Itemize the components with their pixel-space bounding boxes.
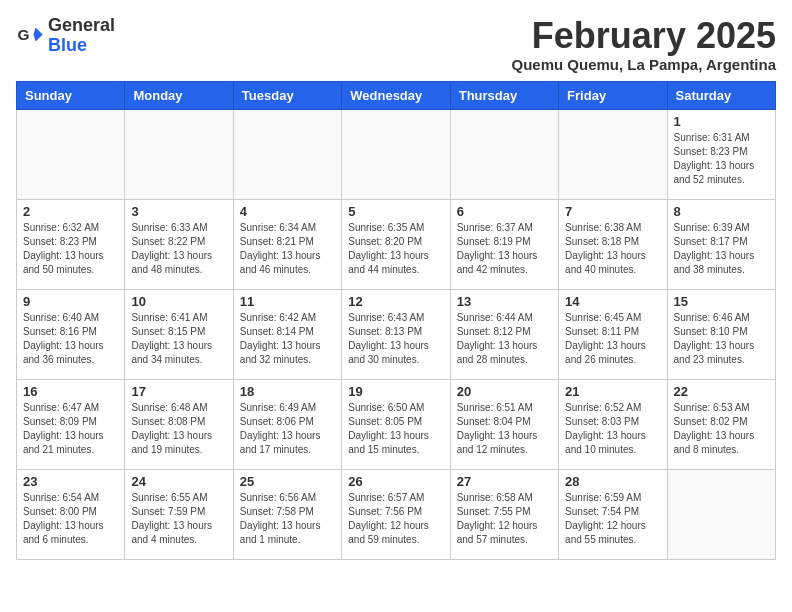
day-cell: 26Sunrise: 6:57 AM Sunset: 7:56 PM Dayli… bbox=[342, 469, 450, 559]
day-number: 14 bbox=[565, 294, 660, 309]
day-cell: 8Sunrise: 6:39 AM Sunset: 8:17 PM Daylig… bbox=[667, 199, 775, 289]
svg-text:G: G bbox=[17, 26, 29, 43]
subtitle: Quemu Quemu, La Pampa, Argentina bbox=[512, 56, 777, 73]
day-cell bbox=[125, 109, 233, 199]
logo-icon: G bbox=[16, 22, 44, 50]
day-info: Sunrise: 6:41 AM Sunset: 8:15 PM Dayligh… bbox=[131, 311, 226, 367]
day-cell: 2Sunrise: 6:32 AM Sunset: 8:23 PM Daylig… bbox=[17, 199, 125, 289]
day-cell: 9Sunrise: 6:40 AM Sunset: 8:16 PM Daylig… bbox=[17, 289, 125, 379]
day-cell: 10Sunrise: 6:41 AM Sunset: 8:15 PM Dayli… bbox=[125, 289, 233, 379]
main-title: February 2025 bbox=[512, 16, 777, 56]
logo-text: General Blue bbox=[48, 16, 115, 56]
title-area: February 2025 Quemu Quemu, La Pampa, Arg… bbox=[512, 16, 777, 73]
day-info: Sunrise: 6:50 AM Sunset: 8:05 PM Dayligh… bbox=[348, 401, 443, 457]
day-number: 19 bbox=[348, 384, 443, 399]
week-row-2: 2Sunrise: 6:32 AM Sunset: 8:23 PM Daylig… bbox=[17, 199, 776, 289]
week-row-5: 23Sunrise: 6:54 AM Sunset: 8:00 PM Dayli… bbox=[17, 469, 776, 559]
day-cell: 1Sunrise: 6:31 AM Sunset: 8:23 PM Daylig… bbox=[667, 109, 775, 199]
day-cell: 24Sunrise: 6:55 AM Sunset: 7:59 PM Dayli… bbox=[125, 469, 233, 559]
day-cell: 7Sunrise: 6:38 AM Sunset: 8:18 PM Daylig… bbox=[559, 199, 667, 289]
day-info: Sunrise: 6:45 AM Sunset: 8:11 PM Dayligh… bbox=[565, 311, 660, 367]
day-info: Sunrise: 6:38 AM Sunset: 8:18 PM Dayligh… bbox=[565, 221, 660, 277]
logo-general: General bbox=[48, 16, 115, 36]
week-row-3: 9Sunrise: 6:40 AM Sunset: 8:16 PM Daylig… bbox=[17, 289, 776, 379]
day-cell: 6Sunrise: 6:37 AM Sunset: 8:19 PM Daylig… bbox=[450, 199, 558, 289]
day-cell: 27Sunrise: 6:58 AM Sunset: 7:55 PM Dayli… bbox=[450, 469, 558, 559]
day-header-wednesday: Wednesday bbox=[342, 81, 450, 109]
day-number: 20 bbox=[457, 384, 552, 399]
day-number: 5 bbox=[348, 204, 443, 219]
day-number: 4 bbox=[240, 204, 335, 219]
day-info: Sunrise: 6:57 AM Sunset: 7:56 PM Dayligh… bbox=[348, 491, 443, 547]
day-cell: 13Sunrise: 6:44 AM Sunset: 8:12 PM Dayli… bbox=[450, 289, 558, 379]
day-cell: 25Sunrise: 6:56 AM Sunset: 7:58 PM Dayli… bbox=[233, 469, 341, 559]
day-number: 1 bbox=[674, 114, 769, 129]
day-cell: 17Sunrise: 6:48 AM Sunset: 8:08 PM Dayli… bbox=[125, 379, 233, 469]
day-info: Sunrise: 6:33 AM Sunset: 8:22 PM Dayligh… bbox=[131, 221, 226, 277]
day-number: 27 bbox=[457, 474, 552, 489]
day-headers: SundayMondayTuesdayWednesdayThursdayFrid… bbox=[17, 81, 776, 109]
day-cell: 3Sunrise: 6:33 AM Sunset: 8:22 PM Daylig… bbox=[125, 199, 233, 289]
day-number: 12 bbox=[348, 294, 443, 309]
day-number: 25 bbox=[240, 474, 335, 489]
day-cell: 16Sunrise: 6:47 AM Sunset: 8:09 PM Dayli… bbox=[17, 379, 125, 469]
day-info: Sunrise: 6:44 AM Sunset: 8:12 PM Dayligh… bbox=[457, 311, 552, 367]
day-header-friday: Friday bbox=[559, 81, 667, 109]
day-number: 2 bbox=[23, 204, 118, 219]
day-header-saturday: Saturday bbox=[667, 81, 775, 109]
day-info: Sunrise: 6:40 AM Sunset: 8:16 PM Dayligh… bbox=[23, 311, 118, 367]
day-number: 21 bbox=[565, 384, 660, 399]
day-cell: 23Sunrise: 6:54 AM Sunset: 8:00 PM Dayli… bbox=[17, 469, 125, 559]
day-number: 3 bbox=[131, 204, 226, 219]
day-number: 18 bbox=[240, 384, 335, 399]
day-header-tuesday: Tuesday bbox=[233, 81, 341, 109]
logo: G General Blue bbox=[16, 16, 115, 56]
day-number: 17 bbox=[131, 384, 226, 399]
day-number: 7 bbox=[565, 204, 660, 219]
day-number: 24 bbox=[131, 474, 226, 489]
day-header-sunday: Sunday bbox=[17, 81, 125, 109]
day-cell: 11Sunrise: 6:42 AM Sunset: 8:14 PM Dayli… bbox=[233, 289, 341, 379]
day-header-thursday: Thursday bbox=[450, 81, 558, 109]
day-info: Sunrise: 6:58 AM Sunset: 7:55 PM Dayligh… bbox=[457, 491, 552, 547]
day-number: 10 bbox=[131, 294, 226, 309]
day-cell: 19Sunrise: 6:50 AM Sunset: 8:05 PM Dayli… bbox=[342, 379, 450, 469]
calendar: SundayMondayTuesdayWednesdayThursdayFrid… bbox=[16, 81, 776, 560]
day-number: 26 bbox=[348, 474, 443, 489]
day-cell: 15Sunrise: 6:46 AM Sunset: 8:10 PM Dayli… bbox=[667, 289, 775, 379]
day-cell: 12Sunrise: 6:43 AM Sunset: 8:13 PM Dayli… bbox=[342, 289, 450, 379]
day-number: 11 bbox=[240, 294, 335, 309]
day-cell bbox=[559, 109, 667, 199]
day-info: Sunrise: 6:47 AM Sunset: 8:09 PM Dayligh… bbox=[23, 401, 118, 457]
day-info: Sunrise: 6:31 AM Sunset: 8:23 PM Dayligh… bbox=[674, 131, 769, 187]
day-cell bbox=[667, 469, 775, 559]
day-number: 16 bbox=[23, 384, 118, 399]
day-info: Sunrise: 6:53 AM Sunset: 8:02 PM Dayligh… bbox=[674, 401, 769, 457]
day-cell bbox=[450, 109, 558, 199]
day-number: 22 bbox=[674, 384, 769, 399]
day-info: Sunrise: 6:54 AM Sunset: 8:00 PM Dayligh… bbox=[23, 491, 118, 547]
day-info: Sunrise: 6:32 AM Sunset: 8:23 PM Dayligh… bbox=[23, 221, 118, 277]
day-cell: 14Sunrise: 6:45 AM Sunset: 8:11 PM Dayli… bbox=[559, 289, 667, 379]
day-cell: 4Sunrise: 6:34 AM Sunset: 8:21 PM Daylig… bbox=[233, 199, 341, 289]
day-info: Sunrise: 6:46 AM Sunset: 8:10 PM Dayligh… bbox=[674, 311, 769, 367]
day-cell: 20Sunrise: 6:51 AM Sunset: 8:04 PM Dayli… bbox=[450, 379, 558, 469]
day-info: Sunrise: 6:48 AM Sunset: 8:08 PM Dayligh… bbox=[131, 401, 226, 457]
day-cell bbox=[233, 109, 341, 199]
day-number: 9 bbox=[23, 294, 118, 309]
day-number: 8 bbox=[674, 204, 769, 219]
day-info: Sunrise: 6:37 AM Sunset: 8:19 PM Dayligh… bbox=[457, 221, 552, 277]
day-cell: 5Sunrise: 6:35 AM Sunset: 8:20 PM Daylig… bbox=[342, 199, 450, 289]
day-info: Sunrise: 6:39 AM Sunset: 8:17 PM Dayligh… bbox=[674, 221, 769, 277]
week-row-1: 1Sunrise: 6:31 AM Sunset: 8:23 PM Daylig… bbox=[17, 109, 776, 199]
day-info: Sunrise: 6:59 AM Sunset: 7:54 PM Dayligh… bbox=[565, 491, 660, 547]
week-row-4: 16Sunrise: 6:47 AM Sunset: 8:09 PM Dayli… bbox=[17, 379, 776, 469]
day-cell: 28Sunrise: 6:59 AM Sunset: 7:54 PM Dayli… bbox=[559, 469, 667, 559]
day-number: 13 bbox=[457, 294, 552, 309]
day-info: Sunrise: 6:55 AM Sunset: 7:59 PM Dayligh… bbox=[131, 491, 226, 547]
day-info: Sunrise: 6:34 AM Sunset: 8:21 PM Dayligh… bbox=[240, 221, 335, 277]
logo-blue: Blue bbox=[48, 36, 115, 56]
day-info: Sunrise: 6:43 AM Sunset: 8:13 PM Dayligh… bbox=[348, 311, 443, 367]
day-info: Sunrise: 6:49 AM Sunset: 8:06 PM Dayligh… bbox=[240, 401, 335, 457]
day-header-monday: Monday bbox=[125, 81, 233, 109]
